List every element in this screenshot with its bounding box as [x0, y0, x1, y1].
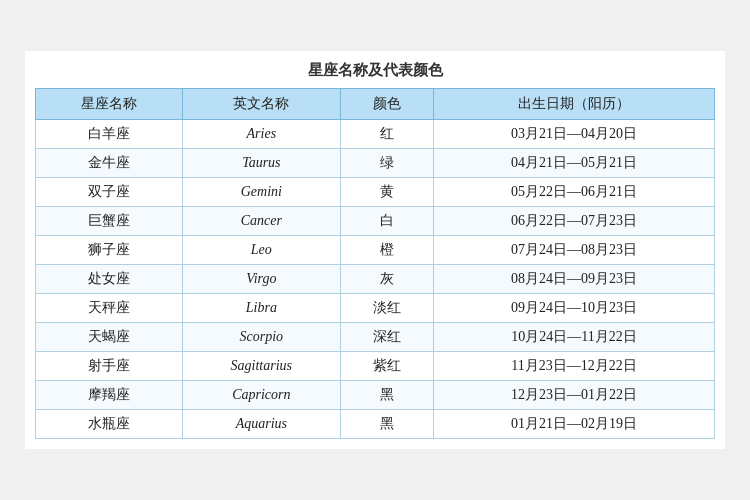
cell-english: Cancer [183, 207, 341, 236]
page-title: 星座名称及代表颜色 [35, 61, 715, 80]
cell-date: 06月22日—07月23日 [434, 207, 715, 236]
cell-date: 10月24日—11月22日 [434, 323, 715, 352]
cell-english: Libra [183, 294, 341, 323]
cell-english: Sagittarius [183, 352, 341, 381]
cell-chinese: 射手座 [36, 352, 183, 381]
col-header-color: 颜色 [340, 89, 434, 120]
zodiac-table: 星座名称 英文名称 颜色 出生日期（阳历） 白羊座Aries红03月21日—04… [35, 88, 715, 439]
table-row: 射手座Sagittarius紫红11月23日—12月22日 [36, 352, 715, 381]
cell-date: 09月24日—10月23日 [434, 294, 715, 323]
table-row: 金牛座Taurus绿04月21日—05月21日 [36, 149, 715, 178]
cell-chinese: 狮子座 [36, 236, 183, 265]
table-row: 狮子座Leo橙07月24日—08月23日 [36, 236, 715, 265]
table-row: 天蝎座Scorpio深红10月24日—11月22日 [36, 323, 715, 352]
table-row: 白羊座Aries红03月21日—04月20日 [36, 120, 715, 149]
col-header-chinese: 星座名称 [36, 89, 183, 120]
col-header-date: 出生日期（阳历） [434, 89, 715, 120]
cell-chinese: 巨蟹座 [36, 207, 183, 236]
cell-english: Aries [183, 120, 341, 149]
table-row: 处女座Virgo灰08月24日—09月23日 [36, 265, 715, 294]
cell-color: 黄 [340, 178, 434, 207]
cell-english: Aquarius [183, 410, 341, 439]
table-row: 巨蟹座Cancer白06月22日—07月23日 [36, 207, 715, 236]
cell-color: 红 [340, 120, 434, 149]
table-row: 天秤座Libra淡红09月24日—10月23日 [36, 294, 715, 323]
cell-english: Leo [183, 236, 341, 265]
cell-color: 绿 [340, 149, 434, 178]
cell-color: 橙 [340, 236, 434, 265]
cell-english: Scorpio [183, 323, 341, 352]
cell-english: Capricorn [183, 381, 341, 410]
cell-color: 紫红 [340, 352, 434, 381]
cell-date: 04月21日—05月21日 [434, 149, 715, 178]
cell-color: 淡红 [340, 294, 434, 323]
cell-chinese: 处女座 [36, 265, 183, 294]
cell-chinese: 水瓶座 [36, 410, 183, 439]
table-header-row: 星座名称 英文名称 颜色 出生日期（阳历） [36, 89, 715, 120]
cell-english: Virgo [183, 265, 341, 294]
cell-color: 深红 [340, 323, 434, 352]
table-row: 双子座Gemini黄05月22日—06月21日 [36, 178, 715, 207]
cell-chinese: 摩羯座 [36, 381, 183, 410]
cell-date: 03月21日—04月20日 [434, 120, 715, 149]
main-container: 星座名称及代表颜色 星座名称 英文名称 颜色 出生日期（阳历） 白羊座Aries… [25, 51, 725, 449]
cell-color: 黑 [340, 381, 434, 410]
col-header-english: 英文名称 [183, 89, 341, 120]
cell-chinese: 金牛座 [36, 149, 183, 178]
cell-date: 08月24日—09月23日 [434, 265, 715, 294]
cell-date: 11月23日—12月22日 [434, 352, 715, 381]
cell-color: 灰 [340, 265, 434, 294]
cell-date: 01月21日—02月19日 [434, 410, 715, 439]
table-row: 摩羯座Capricorn黑12月23日—01月22日 [36, 381, 715, 410]
table-row: 水瓶座Aquarius黑01月21日—02月19日 [36, 410, 715, 439]
cell-date: 05月22日—06月21日 [434, 178, 715, 207]
cell-color: 白 [340, 207, 434, 236]
cell-date: 07月24日—08月23日 [434, 236, 715, 265]
cell-chinese: 天蝎座 [36, 323, 183, 352]
cell-chinese: 双子座 [36, 178, 183, 207]
cell-chinese: 白羊座 [36, 120, 183, 149]
cell-color: 黑 [340, 410, 434, 439]
cell-chinese: 天秤座 [36, 294, 183, 323]
cell-english: Gemini [183, 178, 341, 207]
cell-date: 12月23日—01月22日 [434, 381, 715, 410]
cell-english: Taurus [183, 149, 341, 178]
